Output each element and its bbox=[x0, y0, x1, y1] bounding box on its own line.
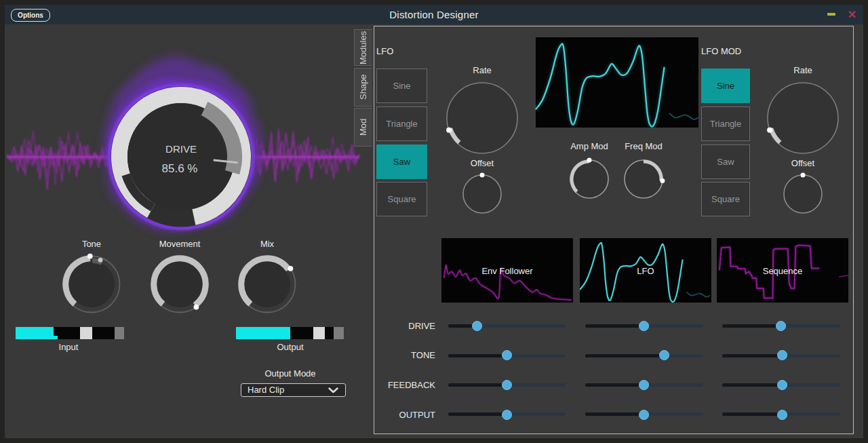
svg-text:85.6 %: 85.6 % bbox=[162, 162, 198, 175]
svg-text:DRIVE: DRIVE bbox=[165, 143, 197, 155]
